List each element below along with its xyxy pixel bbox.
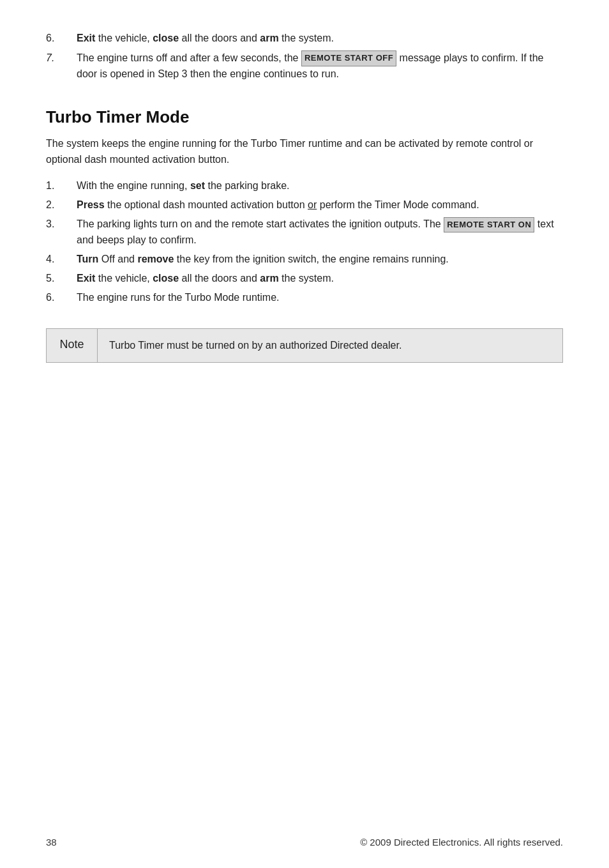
bold-text: Turn	[77, 254, 98, 264]
list-number: 2.	[46, 197, 77, 213]
underlined-text: or	[308, 199, 317, 210]
bold-text: close	[153, 33, 179, 43]
list-item: 4. Turn Off and remove the key from the …	[46, 252, 563, 267]
list-number: 5.	[46, 271, 77, 286]
list-item: 1. With the engine running, set the park…	[46, 178, 563, 194]
list-number: 3.	[46, 217, 77, 248]
top-numbered-list: 6. Exit the vehicle, close all the doors…	[46, 31, 563, 82]
bold-text: arm	[260, 33, 278, 43]
note-content: Turbo Timer must be turned on by an auth…	[98, 329, 413, 363]
list-content: Turn Off and remove the key from the ign…	[77, 252, 563, 267]
remote-start-on-badge: REMOTE START ON	[444, 217, 534, 232]
list-content: Exit the vehicle, close all the doors an…	[77, 271, 563, 286]
list-number: 6.	[46, 31, 77, 47]
section-intro: The system keeps the engine running for …	[46, 136, 563, 168]
list-content: The engine runs for the Turbo Mode runti…	[77, 290, 563, 305]
list-content: Exit the vehicle, close all the doors an…	[77, 31, 563, 47]
bold-text: set	[190, 180, 205, 191]
list-item: 6. The engine runs for the Turbo Mode ru…	[46, 290, 563, 305]
page: 6. Exit the vehicle, close all the doors…	[0, 0, 609, 868]
bold-text: remove	[137, 254, 174, 264]
remote-start-off-badge: REMOTE START OFF	[301, 50, 396, 66]
bold-text: arm	[260, 273, 278, 284]
list-number: 7.	[46, 50, 77, 82]
list-content: The parking lights turn on and the remot…	[77, 217, 563, 248]
copyright: © 2009 Directed Electronics. All rights …	[360, 837, 563, 848]
page-number: 38	[46, 837, 57, 848]
list-content: Press the optional dash mounted activati…	[77, 197, 563, 213]
list-item: 2. Press the optional dash mounted activ…	[46, 197, 563, 213]
bold-text: Press	[77, 199, 105, 210]
footer: 38 © 2009 Directed Electronics. All righ…	[46, 837, 563, 848]
bold-text: Exit	[77, 273, 95, 284]
list-item: 7. The engine turns off and after a few …	[46, 50, 563, 82]
section-heading: Turbo Timer Mode	[46, 107, 563, 127]
list-item: 3. The parking lights turn on and the re…	[46, 217, 563, 248]
note-box: Note Turbo Timer must be turned on by an…	[46, 328, 563, 363]
list-content: The engine turns off and after a few sec…	[77, 50, 563, 82]
bold-text: close	[153, 273, 179, 284]
list-content: With the engine running, set the parking…	[77, 178, 563, 194]
list-item: 6. Exit the vehicle, close all the doors…	[46, 31, 563, 47]
list-number: 6.	[46, 290, 77, 305]
list-number: 4.	[46, 252, 77, 267]
note-label: Note	[47, 329, 98, 363]
turbo-timer-steps-list: 1. With the engine running, set the park…	[46, 178, 563, 305]
bold-text: Exit	[77, 33, 95, 43]
list-number: 1.	[46, 178, 77, 194]
list-item: 5. Exit the vehicle, close all the doors…	[46, 271, 563, 286]
